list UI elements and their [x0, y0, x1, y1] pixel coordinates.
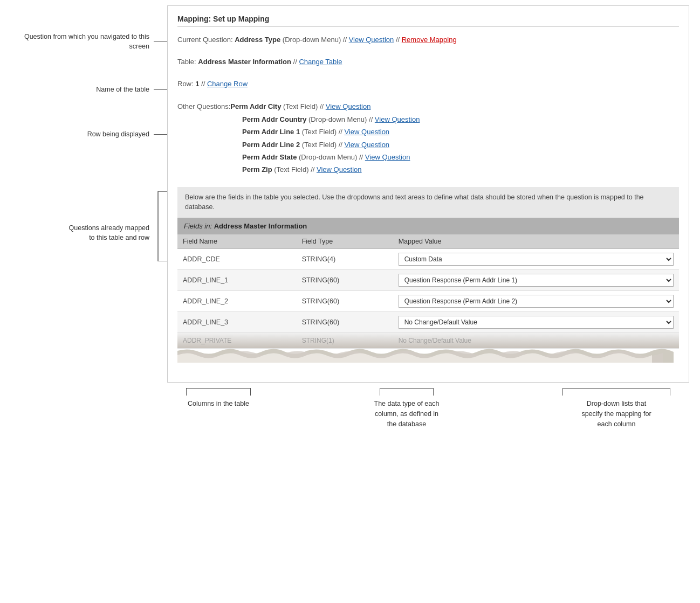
columns-label: Columns in the table: [188, 399, 249, 409]
oq-link-1[interactable]: View Question: [375, 115, 420, 123]
ann-row-being-line: [154, 134, 167, 135]
current-question-name: Address Type: [235, 36, 280, 44]
other-questions-row-0: Other Questions:Perm Addr City (Text Fie…: [177, 100, 679, 113]
torn-paper-svg: [177, 346, 679, 363]
mapped-value-select-3[interactable]: No Change/Default Value Custom Data Ques…: [399, 316, 674, 329]
field-type-2: STRING(60): [297, 291, 393, 312]
oq-type-3: (Text Field) //: [300, 141, 344, 149]
ann-table-name: Name of the table: [11, 85, 167, 95]
field-type-3: STRING(60): [297, 312, 393, 333]
mapped-value-cell-0: Custom Data No Change/Default Value Ques…: [393, 249, 679, 270]
torn-field-name-text: ADDR_PRIVATE: [183, 337, 231, 344]
bottom-ann-data-type: The data type of eachcolumn, as defined …: [355, 387, 458, 429]
bottom-annotations: Columns in the table The data type of ea…: [0, 383, 700, 440]
mapped-value-select-0[interactable]: Custom Data No Change/Default Value Ques…: [399, 253, 674, 266]
table-sep: //: [291, 58, 299, 66]
oq-name-1: Perm Addr Country: [242, 115, 306, 123]
table-row: ADDR_CDE STRING(4) Custom Data No Change…: [177, 249, 679, 270]
table-row: ADDR_LINE_1 STRING(60) Question Response…: [177, 270, 679, 291]
oq-type-4: (Drop-down Menu) //: [297, 153, 365, 161]
fields-section: Fields in: Address Master Information Fi…: [177, 218, 679, 363]
oq-type-0: (Text Field) //: [281, 102, 325, 110]
torn-mapped-value-text: No Change/Default Value: [399, 337, 471, 344]
bottom-ann-dropdowns: Drop-down lists thatspecify the mapping …: [544, 387, 689, 429]
field-name-1: ADDR_LINE_1: [177, 270, 297, 291]
other-questions-row-3: Perm Addr Line 2 (Text Field) // View Qu…: [242, 138, 679, 151]
col-field-type: Field Type: [297, 234, 393, 249]
fields-table-container: Field Name Field Type Mapped Value ADDR_…: [177, 234, 679, 363]
other-questions-row-1: Perm Addr Country (Drop-down Menu) // Vi…: [242, 113, 679, 126]
current-question-prefix: Current Question:: [177, 36, 235, 44]
row-prefix: Row:: [177, 80, 195, 88]
table-row: ADDR_LINE_2 STRING(60) Question Response…: [177, 291, 679, 312]
field-type-0: STRING(4): [297, 249, 393, 270]
oq-name-4: Perm Addr State: [242, 153, 297, 161]
mapped-value-select-2[interactable]: Question Response (Perm Addr Line 2) No …: [399, 295, 674, 308]
oq-link-2[interactable]: View Question: [345, 128, 390, 136]
other-questions-row-5: Perm Zip (Text Field) // View Question: [242, 163, 679, 176]
ann-question-from-line: [154, 41, 167, 42]
mapped-value-cell-2: Question Response (Perm Addr Line 2) No …: [393, 291, 679, 312]
ann-row-being: Row being displayed: [11, 130, 167, 140]
table-name: Address Master Information: [198, 58, 291, 66]
oq-type-1: (Drop-down Menu) //: [306, 115, 374, 123]
ann-row-being-text: Row being displayed: [87, 130, 154, 140]
bottom-spacer: [11, 383, 167, 429]
row-sep: //: [199, 80, 207, 88]
ann-table-name-text: Name of the table: [96, 85, 154, 95]
bottom-annotations-content: Columns in the table The data type of ea…: [167, 383, 689, 429]
ann-questions-mapped: Questions already mappedto this table an…: [11, 191, 167, 261]
oq-type-2: (Text Field) //: [300, 128, 344, 136]
current-question-row: Current Question: Address Type (Drop-dow…: [177, 34, 679, 46]
annotations-column: Question from which you navigated to thi…: [11, 5, 167, 383]
mapped-value-cell-3: No Change/Default Value Custom Data Ques…: [393, 312, 679, 333]
table-header-row: Field Name Field Type Mapped Value: [177, 234, 679, 249]
oq-link-4[interactable]: View Question: [365, 153, 410, 161]
field-type-1: STRING(60): [297, 270, 393, 291]
oq-link-3[interactable]: View Question: [345, 141, 390, 149]
field-name-0: ADDR_CDE: [177, 249, 297, 270]
current-question-type: (Drop-down Menu) //: [280, 36, 348, 44]
page: Question from which you navigated to thi…: [0, 0, 700, 603]
columns-bracket-line: [186, 388, 251, 396]
change-table-link[interactable]: Change Table: [299, 58, 342, 66]
oq-name-3: Perm Addr Line 2: [242, 141, 300, 149]
ann-table-name-line: [154, 89, 167, 90]
other-questions-section: Other Questions:Perm Addr City (Text Fie…: [177, 100, 679, 176]
mapped-value-cell-1: Question Response (Perm Addr Line 1) No …: [393, 270, 679, 291]
ann-questions-mapped-text: Questions already mappedto this table an…: [69, 191, 154, 242]
oq-name-0: Perm Addr City: [230, 102, 281, 110]
separator1: //: [394, 36, 401, 44]
fields-header: Fields in: Address Master Information: [177, 218, 679, 234]
field-name-3: ADDR_LINE_3: [177, 312, 297, 333]
other-questions-row-2: Perm Addr Line 1 (Text Field) // View Qu…: [242, 126, 679, 138]
oq-name-2: Perm Addr Line 1: [242, 128, 300, 136]
table-prefix: Table:: [177, 58, 198, 66]
oq-link-0[interactable]: View Question: [326, 102, 371, 110]
remove-mapping-link[interactable]: Remove Mapping: [402, 36, 457, 44]
fields-table: Field Name Field Type Mapped Value ADDR_…: [177, 234, 679, 349]
oq-name-5: Perm Zip: [242, 165, 272, 174]
mapped-value-select-1[interactable]: Question Response (Perm Addr Line 1) No …: [399, 274, 674, 287]
torn-field-type-text: STRING(1): [302, 337, 334, 344]
oq-link-5[interactable]: View Question: [317, 165, 362, 174]
main-layout: Question from which you navigated to thi…: [0, 0, 700, 383]
view-question-link-1[interactable]: View Question: [349, 36, 394, 44]
bottom-ann-columns: Columns in the table: [167, 387, 270, 429]
section-title: Mapping: Set up Mapping: [177, 15, 679, 27]
fields-table-name: Address Master Information: [214, 222, 307, 230]
row-row-info: Row: 1 // Change Row: [177, 79, 679, 90]
description-box: Below are the fields in the table you se…: [177, 187, 679, 218]
dropdowns-label: Drop-down lists thatspecify the mapping …: [581, 399, 651, 429]
change-row-link[interactable]: Change Row: [207, 80, 248, 88]
data-type-bracket-line: [380, 388, 434, 396]
dropdowns-bracket-line: [562, 388, 670, 396]
other-questions-row-4: Perm Addr State (Drop-down Menu) // View…: [242, 151, 679, 163]
columns-bracket: [186, 387, 251, 396]
description-text: Below are the fields in the table you se…: [185, 193, 644, 211]
table-row: ADDR_LINE_3 STRING(60) No Change/Default…: [177, 312, 679, 333]
col-mapped-value: Mapped Value: [393, 234, 679, 249]
fields-in-label: Fields in:: [184, 222, 212, 230]
col-field-name: Field Name: [177, 234, 297, 249]
other-questions-prefix: Other Questions:: [177, 102, 230, 110]
